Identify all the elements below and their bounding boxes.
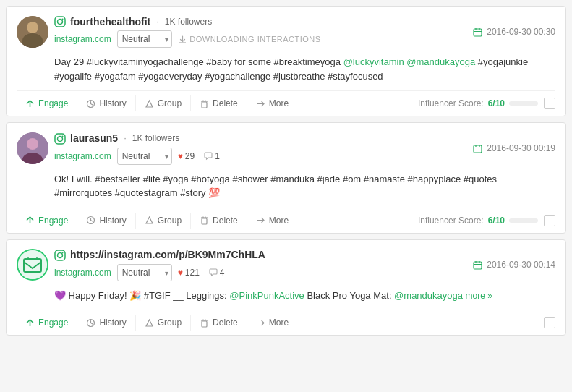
avatar	[17, 249, 48, 281]
calendar-icon	[473, 26, 482, 36]
source-link[interactable]: instagram.com	[54, 151, 111, 161]
svg-rect-7	[474, 29, 482, 36]
svg-point-38	[58, 252, 63, 257]
sentiment-select[interactable]: Neutral Positive Negative	[117, 264, 172, 281]
user-name-row: laurasun5 · 1K followers	[54, 132, 220, 144]
svg-marker-45	[146, 320, 153, 326]
influencer-score: Influencer Score: 6/10	[418, 98, 538, 108]
calendar-icon	[473, 260, 482, 270]
source-link[interactable]: instagram.com	[54, 268, 111, 278]
influencer-score: Influencer Score: 6/10	[418, 216, 538, 226]
more-button[interactable]: More	[247, 95, 297, 111]
followers-count: 1K followers	[132, 133, 179, 143]
heart-icon: ♥	[178, 151, 183, 161]
header-right: 2016-09-30 00:30	[473, 26, 555, 36]
svg-marker-12	[146, 101, 153, 107]
mention: @luckyvitamin	[343, 56, 404, 67]
likes-count: ♥ 121	[178, 268, 200, 278]
source-link[interactable]: instagram.com	[54, 34, 111, 44]
avatar	[17, 16, 48, 48]
instagram-icon	[54, 249, 66, 261]
group-button[interactable]: Group	[136, 213, 191, 229]
delete-button[interactable]: Delete	[191, 213, 247, 229]
username: laurasun5	[70, 132, 118, 144]
post-date: 2016-09-30 00:19	[487, 143, 555, 153]
svg-point-18	[27, 138, 38, 150]
source-row: instagram.com Neutral Positive Negative …	[54, 30, 321, 48]
source-row: instagram.com Neutral Positive Negative …	[54, 264, 265, 281]
comments-count: 1	[203, 151, 220, 161]
delete-button[interactable]: Delete	[191, 315, 247, 331]
card-header: laurasun5 · 1K followers instagram.com N…	[17, 132, 555, 164]
svg-rect-40	[474, 262, 482, 269]
svg-point-1	[27, 22, 38, 33]
sentiment-dropdown-wrapper[interactable]: Neutral Positive Negative	[117, 30, 172, 48]
instagram-icon	[54, 15, 66, 27]
group-button[interactable]: Group	[136, 315, 191, 331]
svg-point-2	[22, 36, 43, 48]
likes-count: ♥ 29	[178, 151, 195, 161]
svg-rect-13	[202, 102, 207, 108]
svg-point-22	[62, 135, 64, 137]
svg-rect-46	[202, 321, 207, 327]
header-left: laurasun5 · 1K followers instagram.com N…	[17, 132, 220, 164]
svg-point-5	[62, 19, 64, 20]
select-checkbox[interactable]	[544, 98, 555, 109]
instagram-icon	[54, 132, 66, 144]
avatar	[17, 132, 48, 164]
card-actions: Engage History Group Delete More	[17, 310, 555, 335]
score-bar	[509, 218, 538, 223]
header-left: fourthehealthofit · 1K followers instagr…	[17, 15, 321, 48]
user-name-row: https://instagram.com/p/BK9Mm7ChHLA	[54, 249, 265, 261]
engage-button[interactable]: Engage	[17, 213, 77, 229]
svg-marker-28	[146, 217, 153, 223]
sentiment-dropdown-wrapper[interactable]: Neutral Positive Negative	[117, 264, 172, 281]
card-header: fourthehealthofit · 1K followers instagr…	[17, 15, 555, 48]
history-button[interactable]: History	[77, 213, 135, 229]
card-header: https://instagram.com/p/BK9Mm7ChHLA inst…	[17, 249, 555, 281]
sentiment-select[interactable]: Neutral Positive Negative	[117, 30, 172, 48]
history-button[interactable]: History	[77, 95, 135, 111]
engage-button[interactable]: Engage	[17, 315, 77, 331]
group-button[interactable]: Group	[136, 95, 191, 111]
post-date: 2016-09-30 00:30	[487, 27, 555, 37]
post-content: Day 29 #luckyvitaminyogachallenge #baby …	[17, 55, 555, 83]
username: fourthehealthofit	[70, 16, 150, 27]
delete-button[interactable]: Delete	[191, 95, 247, 111]
post-card-2: laurasun5 · 1K followers instagram.com N…	[6, 122, 566, 233]
comment-icon	[203, 151, 213, 161]
svg-rect-29	[202, 218, 207, 224]
header-right: 2016-09-30 00:14	[473, 260, 555, 270]
header-right: 2016-09-30 00:19	[473, 143, 555, 153]
svg-rect-23	[474, 145, 482, 153]
svg-point-4	[58, 20, 63, 25]
comment-icon	[208, 268, 218, 277]
comments-count: 4	[208, 268, 225, 278]
user-info: laurasun5 · 1K followers instagram.com N…	[54, 132, 220, 164]
card-actions: Engage History Group Delete More Inf	[17, 90, 555, 116]
svg-rect-3	[55, 17, 65, 27]
svg-point-39	[62, 252, 64, 253]
select-checkbox[interactable]	[544, 317, 555, 328]
post-content: Ok! I will. #bestseller #life #yoga #hot…	[17, 172, 555, 200]
svg-rect-33	[18, 250, 47, 279]
downloading-status: DOWNLOADING INTERACTIONS	[178, 35, 321, 45]
mention: @PinkPunkActive	[229, 290, 304, 301]
engage-button[interactable]: Engage	[17, 95, 77, 111]
more-button[interactable]: More	[247, 315, 297, 331]
more-link[interactable]: more »	[466, 291, 492, 301]
card-actions: Engage History Group Delete More Inf	[17, 208, 555, 233]
sentiment-dropdown-wrapper[interactable]: Neutral Positive Negative	[117, 148, 172, 165]
post-card-1: fourthehealthofit · 1K followers instagr…	[6, 6, 566, 116]
source-row: instagram.com Neutral Positive Negative …	[54, 148, 220, 165]
history-button[interactable]: History	[77, 315, 135, 331]
post-content: 💜 Happy Friday! 🎉 #TGIF __ Leggings: @Pi…	[17, 289, 555, 303]
post-date: 2016-09-30 00:14	[487, 260, 555, 270]
header-left: https://instagram.com/p/BK9Mm7ChHLA inst…	[17, 249, 265, 281]
post-url: https://instagram.com/p/BK9Mm7ChHLA	[70, 249, 265, 260]
more-button[interactable]: More	[247, 213, 297, 229]
mention: @mandukayoga	[394, 290, 463, 301]
select-checkbox[interactable]	[544, 215, 555, 226]
svg-rect-20	[55, 134, 65, 144]
sentiment-select[interactable]: Neutral Positive Negative	[117, 148, 172, 165]
